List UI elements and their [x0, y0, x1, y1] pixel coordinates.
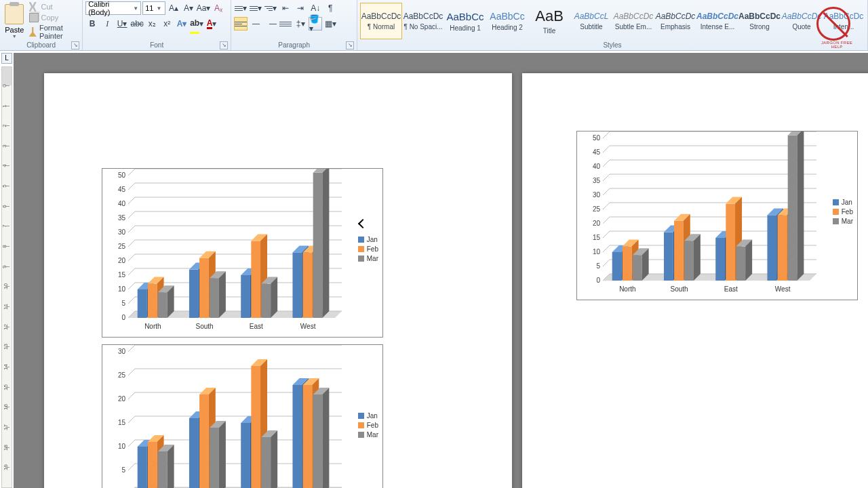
svg-line-167 — [603, 131, 610, 138]
underline-button[interactable]: U▾ — [115, 17, 129, 30]
svg-rect-106 — [189, 418, 199, 488]
text-effects-button[interactable]: A▾ — [175, 17, 189, 30]
document-area[interactable]: 05101520253035404550NorthSouthEastWestJa… — [14, 53, 868, 488]
svg-text:10: 10 — [118, 443, 126, 450]
clear-format-button[interactable]: Aᵪ — [212, 1, 225, 15]
svg-text:15: 15 — [118, 419, 126, 426]
sort-button[interactable]: A↓ — [309, 1, 322, 15]
svg-rect-132 — [313, 394, 323, 488]
svg-text:45: 45 — [118, 186, 126, 193]
paste-button[interactable]: Paste ▼ — [3, 4, 26, 39]
grow-font-button[interactable]: A▴ — [167, 1, 180, 15]
shrink-font-button[interactable]: A▾ — [182, 1, 195, 15]
align-right-button[interactable] — [264, 17, 277, 30]
svg-line-90 — [128, 369, 135, 375]
svg-rect-37 — [148, 284, 157, 318]
borders-button[interactable]: ▦▾ — [323, 17, 337, 30]
watermark-stamp: JARGON FREE HELP — [816, 7, 857, 47]
svg-rect-186 — [684, 241, 694, 281]
svg-text:20: 20 — [118, 395, 126, 403]
svg-rect-112 — [210, 428, 219, 488]
show-marks-button[interactable]: ¶ — [323, 1, 337, 15]
justify-button[interactable] — [279, 17, 292, 30]
vertical-ruler[interactable]: 012345678910111213141516171819 — [1, 66, 12, 488]
svg-line-4 — [128, 297, 135, 304]
subscript-button[interactable]: x₂ — [145, 17, 159, 30]
font-size-value: 11 — [145, 4, 153, 12]
style-subtitle[interactable]: AaBbCcLSubtitle — [570, 3, 612, 39]
svg-rect-170 — [612, 252, 622, 281]
svg-line-25 — [128, 197, 135, 204]
svg-marker-188 — [694, 234, 701, 281]
format-painter-button[interactable]: Format Painter — [29, 24, 80, 40]
svg-rect-102 — [158, 451, 167, 488]
clipboard-launcher[interactable]: ↘ — [71, 41, 79, 49]
svg-text:North: North — [144, 323, 161, 330]
svg-marker-124 — [271, 430, 277, 488]
svg-text:35: 35 — [593, 177, 601, 184]
font-launcher[interactable]: ↘ — [220, 41, 228, 49]
numbering-button[interactable]: ▾ — [249, 1, 262, 15]
style-intense-e---[interactable]: AaBbCcDcIntense E... — [696, 3, 738, 39]
svg-marker-72 — [322, 169, 329, 318]
chart-top-left[interactable]: 05101520253035404550NorthSouthEastWestJa… — [102, 168, 383, 338]
paragraph-title: Paragraph — [278, 41, 310, 49]
copy-button[interactable]: Copy — [29, 13, 80, 22]
dec-indent-button[interactable]: ⇤ — [279, 1, 292, 15]
svg-rect-196 — [736, 247, 745, 281]
font-name-combo[interactable]: Calibri (Body)▼ — [85, 1, 141, 15]
bold-button[interactable]: B — [85, 17, 99, 30]
cut-button[interactable]: Cut — [29, 2, 80, 12]
style-subtle-em---[interactable]: AaBbCcDcSubtle Em... — [612, 3, 654, 39]
svg-marker-198 — [745, 240, 752, 281]
svg-line-149 — [603, 217, 610, 224]
svg-marker-104 — [167, 445, 174, 488]
svg-line-16 — [128, 240, 135, 247]
svg-rect-54 — [241, 275, 250, 318]
line-spacing-button[interactable]: ‡▾ — [294, 17, 307, 30]
style-heading-2[interactable]: AaBbCcHeading 2 — [486, 3, 528, 39]
change-case-button[interactable]: Aa▾ — [197, 1, 210, 15]
svg-rect-67 — [303, 252, 313, 318]
svg-text:5: 5 — [596, 262, 600, 270]
font-color-button[interactable]: A▾ — [205, 17, 218, 30]
strike-button[interactable]: abc — [130, 17, 144, 30]
svg-marker-62 — [271, 277, 277, 318]
style-heading-1[interactable]: AaBbCcHeading 1 — [444, 3, 486, 39]
multilevel-button[interactable]: ▾ — [264, 1, 277, 15]
superscript-button[interactable]: x² — [160, 17, 174, 30]
style-gallery[interactable]: AaBbCcDc¶ NormalAaBbCcDc¶ No Spaci...AaB… — [360, 3, 865, 39]
svg-rect-96 — [138, 447, 147, 488]
svg-text:45: 45 — [593, 148, 601, 156]
style---no-spaci---[interactable]: AaBbCcDc¶ No Spaci... — [402, 3, 444, 39]
chart-right[interactable]: 05101520253035404550NorthSouthEastWestJa… — [576, 131, 858, 300]
tab-selector[interactable]: L — [1, 53, 12, 64]
bullets-button[interactable]: ▾ — [234, 1, 248, 15]
paragraph-launcher[interactable]: ↘ — [346, 41, 354, 49]
shading-button[interactable]: 🪣▾ — [309, 17, 322, 30]
svg-line-164 — [603, 146, 610, 152]
svg-line-93 — [128, 345, 135, 352]
svg-text:35: 35 — [118, 214, 126, 222]
chart-bottom-left[interactable]: 051015202530NorthSouthEastWestJanFebMar — [102, 344, 383, 488]
align-center-button[interactable] — [249, 17, 262, 30]
svg-rect-99 — [148, 442, 157, 488]
page-1: 05101520253035404550NorthSouthEastWestJa… — [44, 73, 512, 488]
inc-indent-button[interactable]: ⇥ — [294, 1, 307, 15]
style---normal[interactable]: AaBbCcDc¶ Normal — [360, 3, 402, 39]
svg-rect-126 — [292, 385, 302, 488]
svg-text:East: East — [250, 323, 263, 330]
svg-line-10 — [128, 268, 135, 275]
highlight-button[interactable]: ab▾ — [190, 17, 203, 30]
font-size-combo[interactable]: 11▼ — [142, 1, 165, 15]
style-title[interactable]: AaBTitle — [528, 3, 570, 39]
svg-line-13 — [128, 254, 135, 261]
svg-line-22 — [128, 211, 135, 218]
style-strong[interactable]: AaBbCcDcStrong — [738, 3, 781, 39]
style-emphasis[interactable]: AaBbCcDcEmphasis — [654, 3, 696, 39]
group-paragraph: ▾ ▾ ▾ ⇤ ⇥ A↓ ¶ ‡▾ 🪣▾ ▦▾ Paragraph↘ — [231, 0, 357, 50]
align-left-button[interactable] — [234, 17, 248, 30]
clipboard-title: Clipboard — [26, 41, 56, 49]
italic-button[interactable]: I — [100, 17, 114, 30]
svg-text:40: 40 — [118, 200, 126, 207]
